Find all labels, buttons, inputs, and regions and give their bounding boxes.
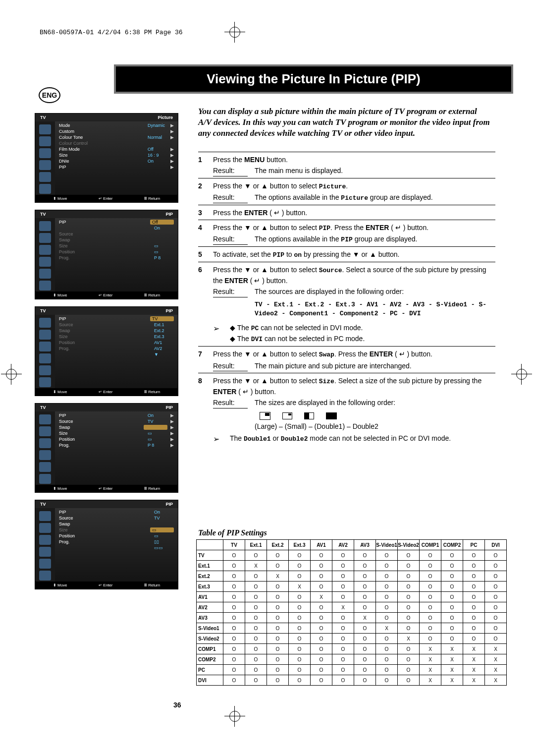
table-cell: O <box>332 623 354 634</box>
table-cell: O <box>420 613 441 623</box>
table-cell: O <box>311 644 332 654</box>
table-cell: O <box>398 571 420 582</box>
table-cell: O <box>289 550 311 561</box>
table-col-header: COMP2 <box>441 540 463 550</box>
table-col-header: TV <box>223 540 245 550</box>
table-cell: O <box>354 644 376 654</box>
osd-pip-swap: TVPIP PIPOn▶SourceTV▶Swap▶Size▭▶Position… <box>35 403 178 493</box>
table-cell: O <box>245 634 267 644</box>
osd-row: PIPOff <box>59 219 174 225</box>
table-cell: O <box>463 623 485 634</box>
table-cell: O <box>463 561 485 571</box>
table-cell: O <box>311 654 332 665</box>
table-cell: X <box>463 665 485 675</box>
table-row: S-Video1OOOOOOOXOOOOO <box>197 623 507 634</box>
osd-pip-onoff: TVPIP PIPOffOnSourceSwapSize▭Position▭Pr… <box>35 210 178 299</box>
osd-row: Size16 : 9▶ <box>59 152 174 158</box>
table-cell: X <box>463 675 485 686</box>
osd-row: Custom▶ <box>59 128 174 134</box>
table-cell: O <box>376 602 398 613</box>
osd-icon-column <box>35 121 55 195</box>
osd-row: SourceTV▶ <box>59 418 174 424</box>
crop-mark-top <box>227 25 242 40</box>
table-cell: O <box>332 654 354 665</box>
table-cell: X <box>463 644 485 654</box>
table-cell: O <box>376 675 398 686</box>
table-cell: X <box>332 602 354 613</box>
osd-row: SwapExt.2 <box>59 328 174 334</box>
osd-row-list: ModeDynamic▶Custom▶Colour ToneNormal▶Col… <box>55 121 178 195</box>
pip-compatibility-table: TVExt.1Ext.2Ext.3AV1AV2AV3S-Video1S-Vide… <box>196 539 507 686</box>
table-cell: O <box>398 613 420 623</box>
table-cell: O <box>332 561 354 571</box>
table-cell: O <box>289 613 311 623</box>
step-6: 6 Press the ▼ or ▲ button to select Sour… <box>198 262 495 347</box>
table-cell: O <box>223 602 245 613</box>
table-cell: O <box>289 634 311 644</box>
print-header: BN68-00597A-01 4/2/04 6:38 PM Page 36 <box>40 29 183 36</box>
step-2: 2 Press the ▼ or ▲ button to select Pict… <box>198 178 495 206</box>
table-cell: O <box>289 675 311 686</box>
size-double1-icon <box>304 412 314 419</box>
table-col-header: Ext.3 <box>289 540 311 550</box>
table-cell: O <box>441 571 463 582</box>
osd-header-left: TV <box>40 115 46 120</box>
table-cell: O <box>398 665 420 675</box>
size-icons-row <box>213 408 495 421</box>
table-cell: O <box>245 613 267 623</box>
table-col-header: Ext.1 <box>245 540 267 550</box>
osd-row: Prog.P 8▶ <box>59 442 174 448</box>
step-8: 8 Press the ▼ or ▲ button to select Size… <box>198 373 495 446</box>
table-col-header: COMP1 <box>420 540 441 550</box>
crop-mark-bottom <box>227 709 242 724</box>
table-cell: O <box>441 613 463 623</box>
table-cell: O <box>463 613 485 623</box>
table-cell: O <box>398 561 420 571</box>
table-cell: O <box>398 592 420 602</box>
table-cell: O <box>245 582 267 592</box>
osd-row: Position▭ <box>59 533 174 539</box>
osd-row: PIPOn▶ <box>59 412 174 418</box>
step-1: 1 Press the MENU button. Result:The main… <box>198 152 495 178</box>
table-cell: O <box>332 665 354 675</box>
size-double2-icon <box>326 412 337 419</box>
table-cell: O <box>223 634 245 644</box>
table-cell: O <box>441 550 463 561</box>
table-cell: O <box>267 613 289 623</box>
table-cell: O <box>376 665 398 675</box>
osd-row: ▼ <box>59 351 174 357</box>
table-cell: O <box>332 644 354 654</box>
table-row: Ext.2OOXOOOOOOOOOO <box>197 571 507 582</box>
table-cell: O <box>245 654 267 665</box>
table-cell: O <box>223 665 245 675</box>
table-cell: X <box>485 675 507 686</box>
table-cell: O <box>441 582 463 592</box>
osd-row: Position▭▶ <box>59 436 174 442</box>
table-cell: O <box>420 623 441 634</box>
table-cell: X <box>420 654 441 665</box>
table-cell: O <box>289 592 311 602</box>
table-cell: O <box>485 623 507 634</box>
table-cell: O <box>267 582 289 592</box>
enter-icon: ↵ <box>399 350 405 358</box>
page-number: 36 <box>173 701 181 709</box>
enter-icon: ↵ <box>243 388 249 396</box>
table-cell: X <box>376 623 398 634</box>
table-cell: O <box>485 550 507 561</box>
table-cell: O <box>354 665 376 675</box>
table-cell: X <box>441 665 463 675</box>
table-cell: O <box>354 654 376 665</box>
table-cell: O <box>376 592 398 602</box>
table-cell: O <box>354 623 376 634</box>
table-cell: O <box>311 675 332 686</box>
table-cell: O <box>463 571 485 582</box>
table-cell: O <box>245 571 267 582</box>
table-cell: O <box>354 675 376 686</box>
osd-row: Swap <box>59 521 174 527</box>
table-cell: O <box>376 634 398 644</box>
table-cell: O <box>289 623 311 634</box>
size-large-icon <box>260 412 270 420</box>
table-cell: O <box>463 602 485 613</box>
step-7: 7 Press the ▼ or ▲ button to select Swap… <box>198 347 495 373</box>
table-cell: O <box>311 613 332 623</box>
